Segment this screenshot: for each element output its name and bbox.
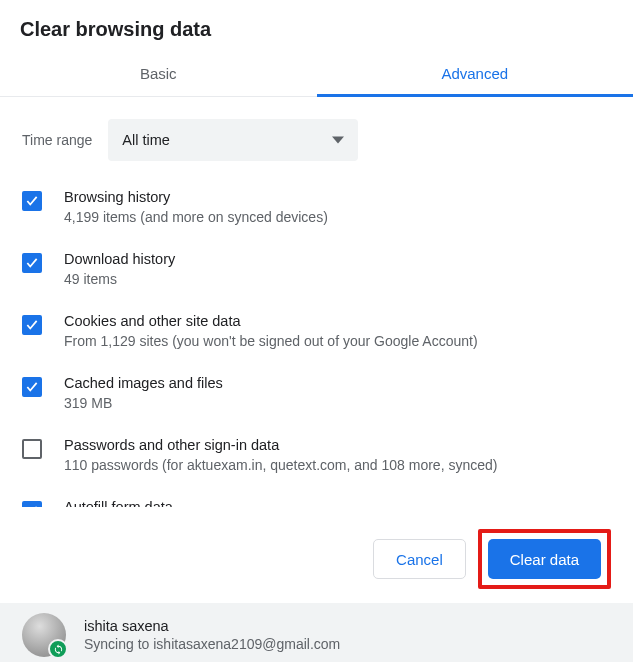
checkbox-download-history[interactable] [22,253,42,273]
checkbox-cookies[interactable] [22,315,42,335]
item-cache: Cached images and files319 MB [22,375,611,411]
check-icon [25,194,39,208]
item-title: Autofill form data [64,499,173,507]
check-icon [25,504,39,507]
tab-basic[interactable]: Basic [0,51,317,97]
item-text-autofill: Autofill form data [64,499,173,507]
tabs: Basic Advanced [0,51,633,97]
checkbox-passwords[interactable] [22,439,42,459]
item-title: Cached images and files [64,375,223,391]
user-name: ishita saxena [84,618,340,634]
item-cookies: Cookies and other site dataFrom 1,129 si… [22,313,611,349]
item-browsing-history: Browsing history4,199 items (and more on… [22,189,611,225]
item-text-passwords: Passwords and other sign-in data110 pass… [64,437,497,473]
annotation-highlight: Clear data [478,529,611,589]
clear-data-button[interactable]: Clear data [488,539,601,579]
item-download-history: Download history49 items [22,251,611,287]
item-desc: 319 MB [64,395,223,411]
user-info: ishita saxena Syncing to ishitasaxena210… [84,618,340,652]
time-range-select[interactable]: All time [108,119,358,161]
tab-advanced[interactable]: Advanced [317,51,634,97]
time-range-label: Time range [22,132,92,148]
time-range-value: All time [122,132,170,148]
item-title: Passwords and other sign-in data [64,437,497,453]
item-desc: 49 items [64,271,175,287]
content-scroll[interactable]: Time range All time Browsing history4,19… [0,97,633,507]
item-desc: From 1,129 sites (you won't be signed ou… [64,333,478,349]
sync-icon [53,644,64,655]
chevron-down-icon [332,134,344,146]
item-text-cache: Cached images and files319 MB [64,375,223,411]
item-text-cookies: Cookies and other site dataFrom 1,129 si… [64,313,478,349]
checkbox-browsing-history[interactable] [22,191,42,211]
check-icon [25,256,39,270]
check-icon [25,318,39,332]
user-footer: ishita saxena Syncing to ishitasaxena210… [0,603,633,662]
item-autofill: Autofill form data [22,499,611,507]
checkbox-cache[interactable] [22,377,42,397]
item-desc: 4,199 items (and more on synced devices) [64,209,328,225]
item-title: Cookies and other site data [64,313,478,329]
item-desc: 110 passwords (for aktuexam.in, quetext.… [64,457,497,473]
user-status: Syncing to ishitasaxena2109@gmail.com [84,636,340,652]
avatar-wrap [22,613,66,657]
dialog-title: Clear browsing data [0,0,633,51]
time-range-row: Time range All time [22,119,611,161]
item-passwords: Passwords and other sign-in data110 pass… [22,437,611,473]
cancel-button[interactable]: Cancel [373,539,466,579]
checkbox-autofill[interactable] [22,501,42,507]
item-title: Download history [64,251,175,267]
check-icon [25,380,39,394]
action-row: Cancel Clear data [0,507,633,603]
item-title: Browsing history [64,189,328,205]
item-text-download-history: Download history49 items [64,251,175,287]
sync-badge [48,639,68,659]
item-text-browsing-history: Browsing history4,199 items (and more on… [64,189,328,225]
